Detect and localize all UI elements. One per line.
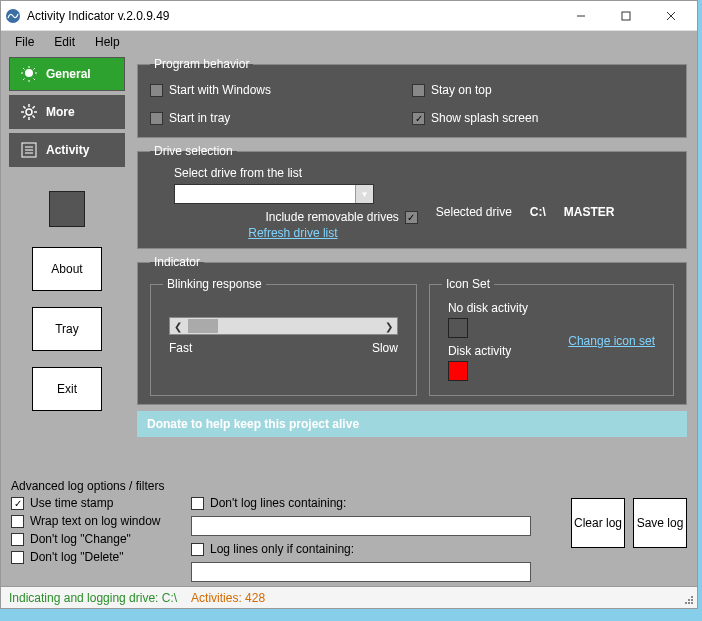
start-tray-label: Start in tray	[169, 111, 230, 125]
activity-swatch	[448, 361, 468, 381]
svg-rect-28	[688, 599, 690, 601]
selected-drive-name: MASTER	[564, 205, 615, 219]
clear-log-button[interactable]: Clear log	[571, 498, 625, 548]
svg-point-5	[25, 69, 33, 77]
start-windows-checkbox[interactable]	[150, 84, 163, 97]
tab-more[interactable]: More	[9, 95, 125, 129]
dont-log-containing-input[interactable]	[191, 516, 531, 536]
menubar: File Edit Help	[1, 31, 697, 53]
blinking-response-group: Blinking response ❮ ❯ Fast Slow	[150, 277, 417, 396]
tab-more-label: More	[46, 105, 75, 119]
lightbulb-icon	[20, 65, 38, 83]
chevron-down-icon: ▼	[355, 185, 373, 203]
statusbar: Indicating and logging drive: C:\ Activi…	[1, 586, 697, 608]
slider-thumb[interactable]	[188, 319, 218, 333]
no-activity-label: No disk activity	[448, 301, 528, 315]
drive-dropdown[interactable]: ▼	[174, 184, 374, 204]
tab-activity[interactable]: Activity	[9, 133, 125, 167]
icon-set-group: Icon Set No disk activity Disk activity …	[429, 277, 674, 396]
menu-edit[interactable]: Edit	[46, 33, 83, 51]
status-activities: Activities: 428	[191, 591, 265, 605]
list-icon	[20, 141, 38, 159]
svg-rect-32	[691, 602, 693, 604]
svg-rect-27	[691, 596, 693, 598]
svg-line-12	[34, 68, 36, 70]
menu-file[interactable]: File	[7, 33, 42, 51]
svg-line-21	[33, 106, 35, 108]
gear-icon	[20, 103, 38, 121]
refresh-drive-link[interactable]: Refresh drive list	[248, 226, 337, 240]
svg-line-10	[23, 68, 25, 70]
svg-point-14	[26, 109, 32, 115]
menu-help[interactable]: Help	[87, 33, 128, 51]
resize-grip-icon[interactable]	[683, 594, 695, 606]
svg-rect-29	[691, 599, 693, 601]
indicator-group: Indicator Blinking response ❮ ❯ Fast	[137, 255, 687, 405]
sidebar: General More Activity About Tray Exit	[1, 53, 133, 475]
slider-fast-label: Fast	[169, 341, 192, 355]
svg-line-13	[23, 79, 25, 81]
start-tray-checkbox[interactable]	[150, 112, 163, 125]
slider-left-icon[interactable]: ❮	[170, 321, 186, 332]
dont-log-delete-checkbox[interactable]	[11, 551, 24, 564]
dont-log-change-label: Don't log "Change"	[30, 532, 131, 546]
blinking-legend: Blinking response	[163, 277, 266, 291]
wrap-label: Wrap text on log window	[30, 514, 161, 528]
only-if-containing-input[interactable]	[191, 562, 531, 582]
indicator-legend: Indicator	[150, 255, 204, 269]
dont-log-change-checkbox[interactable]	[11, 533, 24, 546]
dont-log-containing-label: Don't log lines containing:	[210, 496, 346, 510]
icon-set-legend: Icon Set	[442, 277, 494, 291]
stay-on-top-checkbox[interactable]	[412, 84, 425, 97]
tab-general[interactable]: General	[9, 57, 125, 91]
donate-banner[interactable]: Donate to help keep this project alive	[137, 411, 687, 437]
close-button[interactable]	[648, 2, 693, 30]
svg-rect-31	[688, 602, 690, 604]
svg-rect-2	[622, 12, 630, 20]
advanced-title: Advanced log options / filters	[11, 479, 687, 493]
drive-selection-legend: Drive selection	[150, 144, 237, 158]
selected-drive-value: C:\	[530, 205, 546, 219]
splash-label: Show splash screen	[431, 111, 538, 125]
dont-log-delete-label: Don't log "Delete"	[30, 550, 124, 564]
window-title: Activity Indicator v.2.0.9.49	[27, 9, 558, 23]
svg-line-11	[34, 79, 36, 81]
splash-checkbox[interactable]	[412, 112, 425, 125]
tab-activity-label: Activity	[46, 143, 89, 157]
blinking-slider[interactable]: ❮ ❯	[169, 317, 398, 335]
app-window: Activity Indicator v.2.0.9.49 File Edit …	[0, 0, 698, 609]
titlebar: Activity Indicator v.2.0.9.49	[1, 1, 697, 31]
wrap-checkbox[interactable]	[11, 515, 24, 528]
drive-selection-group: Drive selection Select drive from the li…	[137, 144, 687, 249]
about-button[interactable]: About	[32, 247, 102, 291]
svg-line-19	[23, 106, 25, 108]
main-pane: Program behavior Start with Windows Star…	[133, 53, 697, 475]
slider-right-icon[interactable]: ❯	[381, 321, 397, 332]
app-icon	[5, 8, 21, 24]
program-behavior-group: Program behavior Start with Windows Star…	[137, 57, 687, 138]
svg-rect-30	[685, 602, 687, 604]
no-activity-swatch	[448, 318, 468, 338]
timestamp-checkbox[interactable]	[11, 497, 24, 510]
svg-line-20	[33, 116, 35, 118]
minimize-button[interactable]	[558, 2, 603, 30]
svg-line-22	[23, 116, 25, 118]
include-removable-label: Include removable drives	[265, 210, 398, 224]
activity-label: Disk activity	[448, 344, 528, 358]
change-icon-link[interactable]: Change icon set	[568, 334, 655, 348]
save-log-button[interactable]: Save log	[633, 498, 687, 548]
stay-on-top-label: Stay on top	[431, 83, 492, 97]
maximize-button[interactable]	[603, 2, 648, 30]
select-drive-label: Select drive from the list	[174, 166, 436, 180]
selected-drive-label: Selected drive	[436, 205, 512, 219]
advanced-log-panel: Advanced log options / filters Use time …	[1, 475, 697, 590]
exit-button[interactable]: Exit	[32, 367, 102, 411]
tray-button[interactable]: Tray	[32, 307, 102, 351]
program-behavior-legend: Program behavior	[150, 57, 253, 71]
start-windows-label: Start with Windows	[169, 83, 271, 97]
dont-log-containing-checkbox[interactable]	[191, 497, 204, 510]
only-if-containing-label: Log lines only if containing:	[210, 542, 354, 556]
only-if-containing-checkbox[interactable]	[191, 543, 204, 556]
include-removable-checkbox[interactable]	[405, 211, 418, 224]
current-icon-preview	[49, 191, 85, 227]
